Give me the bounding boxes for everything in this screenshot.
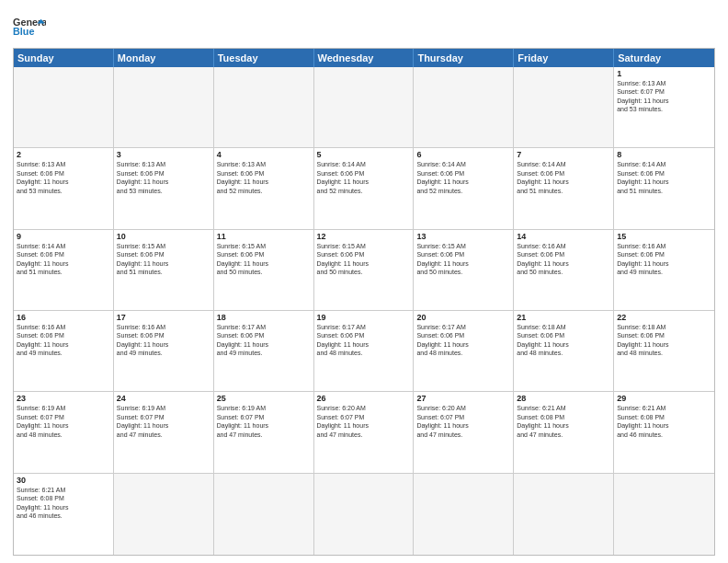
day-cell-25: 25Sunrise: 6:19 AM Sunset: 6:07 PM Dayli… [214,392,314,473]
day-number: 25 [217,394,311,403]
day-info: Sunrise: 6:13 AM Sunset: 6:06 PM Dayligh… [217,160,311,195]
day-number: 15 [617,232,711,241]
header-day-thursday: Thursday [414,49,514,67]
day-info: Sunrise: 6:14 AM Sunset: 6:06 PM Dayligh… [416,160,510,195]
day-cell-4: 4Sunrise: 6:13 AM Sunset: 6:06 PM Daylig… [214,148,314,229]
day-cell-17: 17Sunrise: 6:16 AM Sunset: 6:06 PM Dayli… [114,311,214,392]
day-info: Sunrise: 6:21 AM Sunset: 6:08 PM Dayligh… [17,486,110,521]
day-cell-5: 5Sunrise: 6:14 AM Sunset: 6:06 PM Daylig… [314,148,415,229]
calendar: SundayMondayTuesdayWednesdayThursdayFrid… [13,48,715,556]
day-info: Sunrise: 6:21 AM Sunset: 6:08 PM Dayligh… [617,404,711,439]
day-cell-10: 10Sunrise: 6:15 AM Sunset: 6:06 PM Dayli… [114,230,214,311]
day-number: 19 [317,313,411,322]
day-cell-24: 24Sunrise: 6:19 AM Sunset: 6:07 PM Dayli… [114,392,214,473]
day-cell-29: 29Sunrise: 6:21 AM Sunset: 6:08 PM Dayli… [614,392,714,473]
day-cell-12: 12Sunrise: 6:15 AM Sunset: 6:06 PM Dayli… [314,230,415,311]
day-cell-28: 28Sunrise: 6:21 AM Sunset: 6:08 PM Dayli… [514,392,614,473]
day-info: Sunrise: 6:15 AM Sunset: 6:06 PM Dayligh… [217,242,311,277]
day-info: Sunrise: 6:16 AM Sunset: 6:06 PM Dayligh… [617,242,711,277]
day-number: 9 [17,232,110,241]
header: General Blue [13,9,715,42]
week-row-3: 16Sunrise: 6:16 AM Sunset: 6:06 PM Dayli… [14,311,714,392]
day-cell-11: 11Sunrise: 6:15 AM Sunset: 6:06 PM Dayli… [214,230,314,311]
week-row-5: 30Sunrise: 6:21 AM Sunset: 6:08 PM Dayli… [14,474,714,555]
header-day-saturday: Saturday [614,49,714,67]
day-number: 18 [217,313,311,322]
day-number: 14 [517,232,610,241]
empty-cell [114,474,214,555]
calendar-grid: 1Sunrise: 6:13 AM Sunset: 6:07 PM Daylig… [14,67,714,555]
day-cell-13: 13Sunrise: 6:15 AM Sunset: 6:06 PM Dayli… [414,230,514,311]
day-info: Sunrise: 6:18 AM Sunset: 6:06 PM Dayligh… [617,323,711,358]
week-row-2: 9Sunrise: 6:14 AM Sunset: 6:06 PM Daylig… [14,230,714,311]
header-day-friday: Friday [514,49,614,67]
day-number: 21 [517,313,610,322]
day-number: 11 [217,232,311,241]
day-info: Sunrise: 6:19 AM Sunset: 6:07 PM Dayligh… [117,404,210,439]
header-day-wednesday: Wednesday [314,49,415,67]
day-info: Sunrise: 6:16 AM Sunset: 6:06 PM Dayligh… [17,323,110,358]
day-info: Sunrise: 6:15 AM Sunset: 6:06 PM Dayligh… [416,242,510,277]
day-number: 23 [17,394,110,403]
day-info: Sunrise: 6:20 AM Sunset: 6:07 PM Dayligh… [416,404,510,439]
day-cell-27: 27Sunrise: 6:20 AM Sunset: 6:07 PM Dayli… [414,392,514,473]
week-row-0: 1Sunrise: 6:13 AM Sunset: 6:07 PM Daylig… [14,67,714,148]
day-number: 30 [17,476,110,485]
day-cell-16: 16Sunrise: 6:16 AM Sunset: 6:06 PM Dayli… [14,311,114,392]
day-info: Sunrise: 6:17 AM Sunset: 6:06 PM Dayligh… [416,323,510,358]
day-number: 17 [117,313,210,322]
empty-cell [614,474,714,555]
day-number: 16 [17,313,110,322]
empty-cell [414,474,514,555]
day-cell-6: 6Sunrise: 6:14 AM Sunset: 6:06 PM Daylig… [414,148,514,229]
logo: General Blue [13,9,46,42]
day-cell-23: 23Sunrise: 6:19 AM Sunset: 6:07 PM Dayli… [14,392,114,473]
day-number: 4 [217,150,311,159]
svg-text:Blue: Blue [13,26,34,37]
day-number: 27 [416,394,510,403]
day-info: Sunrise: 6:13 AM Sunset: 6:06 PM Dayligh… [17,160,110,195]
day-info: Sunrise: 6:20 AM Sunset: 6:07 PM Dayligh… [317,404,411,439]
day-info: Sunrise: 6:14 AM Sunset: 6:06 PM Dayligh… [17,242,110,277]
day-number: 26 [317,394,411,403]
day-number: 1 [617,69,711,78]
day-cell-2: 2Sunrise: 6:13 AM Sunset: 6:06 PM Daylig… [14,148,114,229]
day-number: 3 [117,150,210,159]
day-info: Sunrise: 6:13 AM Sunset: 6:06 PM Dayligh… [117,160,210,195]
day-cell-26: 26Sunrise: 6:20 AM Sunset: 6:07 PM Dayli… [314,392,415,473]
empty-cell [514,474,614,555]
header-day-sunday: Sunday [14,49,114,67]
week-row-4: 23Sunrise: 6:19 AM Sunset: 6:07 PM Dayli… [14,392,714,473]
empty-cell [14,67,114,148]
day-number: 8 [617,150,711,159]
empty-cell [214,67,314,148]
day-cell-8: 8Sunrise: 6:14 AM Sunset: 6:06 PM Daylig… [614,148,714,229]
day-info: Sunrise: 6:19 AM Sunset: 6:07 PM Dayligh… [217,404,311,439]
empty-cell [514,67,614,148]
day-cell-19: 19Sunrise: 6:17 AM Sunset: 6:06 PM Dayli… [314,311,415,392]
day-cell-15: 15Sunrise: 6:16 AM Sunset: 6:06 PM Dayli… [614,230,714,311]
day-cell-3: 3Sunrise: 6:13 AM Sunset: 6:06 PM Daylig… [114,148,214,229]
day-info: Sunrise: 6:17 AM Sunset: 6:06 PM Dayligh… [217,323,311,358]
day-info: Sunrise: 6:16 AM Sunset: 6:06 PM Dayligh… [517,242,610,277]
day-cell-22: 22Sunrise: 6:18 AM Sunset: 6:06 PM Dayli… [614,311,714,392]
logo-icon: General Blue [13,9,46,42]
empty-cell [114,67,214,148]
empty-cell [214,474,314,555]
day-cell-9: 9Sunrise: 6:14 AM Sunset: 6:06 PM Daylig… [14,230,114,311]
day-number: 5 [317,150,411,159]
day-cell-21: 21Sunrise: 6:18 AM Sunset: 6:06 PM Dayli… [514,311,614,392]
day-cell-7: 7Sunrise: 6:14 AM Sunset: 6:06 PM Daylig… [514,148,614,229]
day-number: 7 [517,150,610,159]
day-info: Sunrise: 6:21 AM Sunset: 6:08 PM Dayligh… [517,404,610,439]
empty-cell [314,67,415,148]
day-number: 20 [416,313,510,322]
day-cell-14: 14Sunrise: 6:16 AM Sunset: 6:06 PM Dayli… [514,230,614,311]
day-info: Sunrise: 6:19 AM Sunset: 6:07 PM Dayligh… [17,404,110,439]
day-cell-30: 30Sunrise: 6:21 AM Sunset: 6:08 PM Dayli… [14,474,114,555]
day-number: 13 [416,232,510,241]
week-row-1: 2Sunrise: 6:13 AM Sunset: 6:06 PM Daylig… [14,148,714,229]
day-info: Sunrise: 6:17 AM Sunset: 6:06 PM Dayligh… [317,323,411,358]
day-number: 28 [517,394,610,403]
day-info: Sunrise: 6:15 AM Sunset: 6:06 PM Dayligh… [117,242,210,277]
